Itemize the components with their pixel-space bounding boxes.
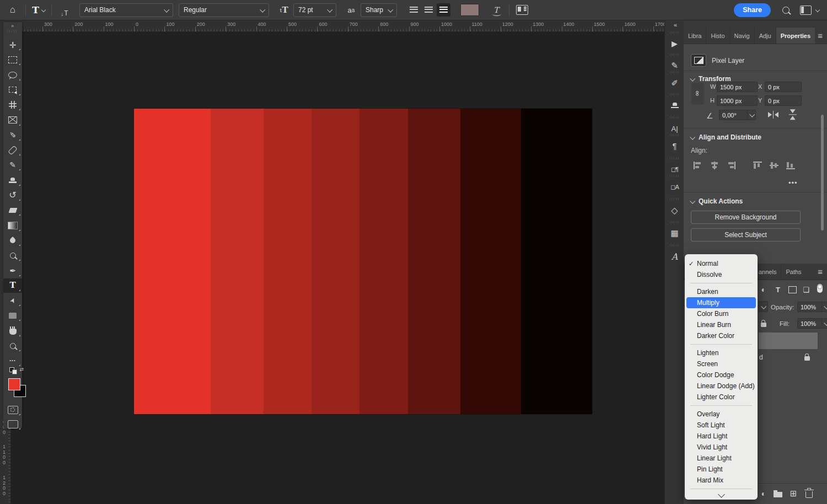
blend-mode-option-hard-light[interactable]: Hard Light [685,431,758,442]
align-left-button[interactable] [407,3,421,17]
align-center-button[interactable] [422,3,436,17]
tab-histogram[interactable]: Histo [706,28,729,44]
crop-tool[interactable] [3,98,22,112]
warp-text-button[interactable]: T [489,3,503,17]
more-align-options-button[interactable]: ••• [788,179,798,187]
angle-field[interactable]: 0,00° [719,110,748,120]
search-button[interactable] [778,3,793,17]
pen-tool[interactable] [3,264,22,278]
blend-mode-option-linear-light[interactable]: Linear Light [685,453,758,464]
patterns-panel-button[interactable] [665,225,684,242]
remove-background-button[interactable]: Remove Background [691,211,801,224]
toolbar-grip[interactable] [8,30,18,33]
3d-panel-button[interactable] [665,202,684,218]
move-tool[interactable] [3,37,22,52]
zoom-tool[interactable] [3,339,22,353]
align-section-header[interactable]: Align and Distribute [690,133,761,141]
font-style-select[interactable]: Regular [179,3,269,17]
tab-libraries[interactable]: Libra [684,28,706,44]
chevron-down-icon[interactable] [815,8,820,12]
blend-mode-option-color-burn[interactable]: Color Burn [685,308,758,319]
character-styles-panel-button[interactable] [665,179,684,195]
text-orientation-button[interactable]: ↓ T [57,3,72,17]
tab-properties[interactable]: Properties [776,28,815,44]
height-field[interactable]: 1000 px [717,95,758,106]
blend-mode-dropdown[interactable] [759,301,768,312]
filter-shape-button[interactable] [786,283,798,296]
text-color-swatch[interactable] [460,4,479,16]
blend-mode-option-color-dodge[interactable]: Color Dodge [685,369,758,380]
blur-tool[interactable] [3,233,22,248]
delete-layer-button[interactable] [803,487,815,500]
flip-vertical-button[interactable] [789,109,797,120]
fill-control[interactable]: 100% [797,318,827,329]
angle-control[interactable]: 0,00° [719,110,756,120]
brush-tool[interactable] [3,158,22,172]
collapse-dock-button[interactable]: « [674,22,676,28]
tab-navigator[interactable]: Navig [730,28,755,44]
clone-stamp-tool[interactable] [3,173,22,187]
blend-mode-option-linear-dodge-add[interactable]: Linear Dodge (Add) [685,380,758,392]
blend-mode-option-pin-light[interactable]: Pin Light [685,464,758,475]
current-tool-button[interactable]: T [31,3,46,17]
filter-smart-object-button[interactable] [800,283,812,296]
default-colors-widget[interactable]: ⇄ [7,366,25,375]
history-brush-tool[interactable] [3,188,22,202]
type-tool[interactable] [3,278,22,293]
lasso-tool[interactable] [3,68,22,82]
blend-mode-option-darker-color[interactable]: Darker Color [685,330,758,341]
opacity-field[interactable]: 100% [797,302,822,312]
align-bottom-edges-button[interactable] [786,162,795,169]
select-subject-button[interactable]: Select Subject [691,228,801,242]
lock-button[interactable] [761,319,766,329]
background-layer-lock[interactable] [804,353,810,363]
blend-mode-option-darken[interactable]: Darken [685,286,758,297]
align-left-edges-button[interactable] [694,162,702,169]
blend-mode-option-screen[interactable]: Screen [685,358,758,369]
align-right-edges-button[interactable] [727,162,735,169]
align-right-button[interactable] [437,3,450,17]
path-selection-tool[interactable] [3,293,22,308]
dodge-tool[interactable] [3,248,22,262]
width-field[interactable]: 1500 px [717,82,758,92]
toggle-panels-button[interactable] [515,3,529,17]
blend-mode-option-multiply[interactable]: Multiply [686,297,756,308]
frame-tool[interactable] [3,113,22,127]
workspace-button[interactable] [798,3,813,17]
align-vertical-centers-button[interactable] [770,162,778,169]
foreground-color-swatch[interactable] [8,378,20,390]
blend-mode-option-soft-light[interactable]: Soft Light [685,420,758,431]
opacity-control[interactable]: 100% [797,302,827,312]
layers-menu-icon[interactable]: ≡ [818,267,823,276]
share-button[interactable]: Share [734,3,771,17]
gradient-tool[interactable] [3,218,22,233]
align-horizontal-centers-button[interactable] [710,162,719,169]
hand-tool[interactable] [3,324,22,338]
blend-mode-option-linear-burn[interactable]: Linear Burn [685,319,758,330]
opacity-dropdown[interactable] [822,302,827,312]
align-top-edges-button[interactable] [753,162,762,169]
anti-alias-select[interactable]: Sharp [361,3,397,17]
filter-adjustment-button[interactable] [758,283,770,296]
object-selection-tool[interactable] [3,83,22,97]
fill-field[interactable]: 100% [797,318,822,329]
new-adjustment-layer-button[interactable] [758,487,770,500]
blend-mode-option-dissolve[interactable]: Dissolve [685,269,758,280]
quick-actions-header[interactable]: Quick Actions [690,197,743,205]
tab-adjustments[interactable]: Adju [755,28,776,44]
marquee-tool[interactable] [3,52,22,67]
blend-mode-option-hard-mix[interactable]: Hard Mix [685,475,758,486]
selected-layer-row[interactable] [759,333,818,349]
new-layer-button[interactable] [787,487,799,500]
font-family-select[interactable]: Arial Black [79,3,173,17]
paragraph-panel-button[interactable] [665,138,684,154]
panel-menu-icon[interactable]: ≡ [818,31,823,40]
properties-scrollbar[interactable] [821,115,824,230]
blend-mode-option-lighter-color[interactable]: Lighter Color [685,392,758,403]
actions-panel-button[interactable] [665,35,684,52]
glyphs-panel-button[interactable] [665,248,684,265]
filter-toggle[interactable] [814,282,826,294]
eyedropper-tool[interactable] [3,128,22,142]
fill-dropdown[interactable] [822,318,827,329]
rectangle-tool[interactable] [3,308,22,323]
